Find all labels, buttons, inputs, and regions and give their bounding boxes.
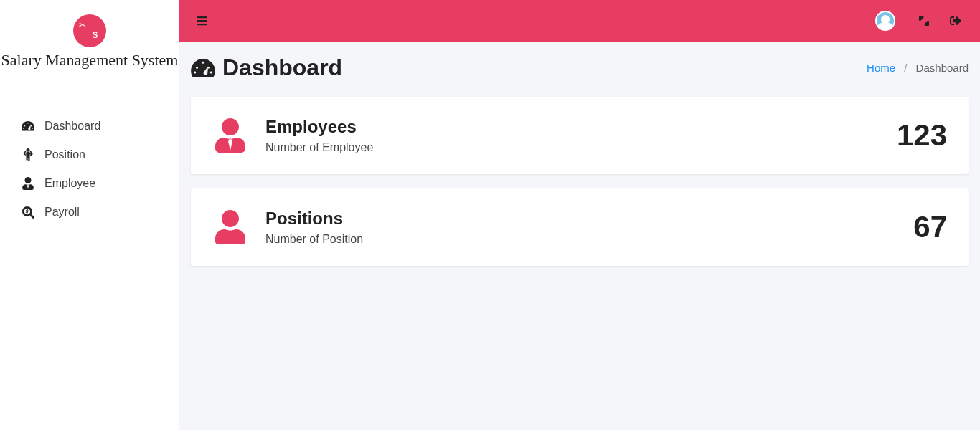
fullscreen-icon[interactable]: [918, 15, 930, 27]
content: Dashboard Home / Dashboard Employees Num…: [179, 42, 980, 430]
breadcrumb-current: Dashboard: [916, 62, 969, 74]
card-title: Positions: [265, 209, 913, 229]
main-area: Dashboard Home / Dashboard Employees Num…: [179, 0, 980, 430]
page-title-wrap: Dashboard: [191, 54, 342, 81]
child-icon: [22, 148, 34, 161]
card-title: Employees: [265, 117, 897, 137]
sidebar-item-label: Payroll: [44, 206, 80, 219]
logout-icon[interactable]: [950, 15, 961, 27]
sidebar-item-employee[interactable]: Employee: [0, 169, 179, 198]
dashboard-icon: [22, 120, 34, 133]
logo-icon: [73, 14, 106, 47]
brand-name: Salary Management System: [0, 52, 179, 69]
breadcrumb-separator: /: [904, 62, 907, 74]
breadcrumb-home-link[interactable]: Home: [867, 62, 895, 74]
card-subtitle: Number of Employee: [265, 141, 897, 154]
breadcrumb: Home / Dashboard: [867, 62, 969, 74]
menu-toggle-icon[interactable]: [197, 15, 208, 27]
positions-card: Positions Number of Position 67: [191, 188, 969, 266]
avatar[interactable]: [875, 11, 895, 31]
sidebar-nav: Dashboard Position Employee Payroll: [0, 90, 179, 226]
sidebar-item-label: Employee: [44, 177, 95, 190]
content-header: Dashboard Home / Dashboard: [191, 54, 969, 81]
sidebar-item-payroll[interactable]: Payroll: [0, 198, 179, 226]
search-dollar-icon: [22, 206, 34, 219]
sidebar: Salary Management System Dashboard Posit…: [0, 0, 179, 430]
card-subtitle: Number of Position: [265, 233, 913, 246]
employees-count: 123: [897, 118, 947, 153]
sidebar-item-dashboard[interactable]: Dashboard: [0, 112, 179, 140]
user-icon: [212, 210, 248, 244]
user-tie-icon: [22, 177, 34, 190]
dashboard-title-icon: [191, 57, 215, 79]
brand-logo: Salary Management System: [0, 0, 179, 90]
sidebar-item-label: Dashboard: [44, 120, 100, 133]
positions-count: 67: [913, 210, 947, 244]
card-text: Employees Number of Employee: [265, 117, 897, 154]
sidebar-item-label: Position: [44, 148, 85, 161]
page-title: Dashboard: [222, 54, 342, 81]
user-tie-icon: [212, 118, 248, 153]
topbar: [179, 0, 980, 42]
sidebar-item-position[interactable]: Position: [0, 140, 179, 169]
employees-card: Employees Number of Employee 123: [191, 97, 969, 174]
card-text: Positions Number of Position: [265, 209, 913, 246]
